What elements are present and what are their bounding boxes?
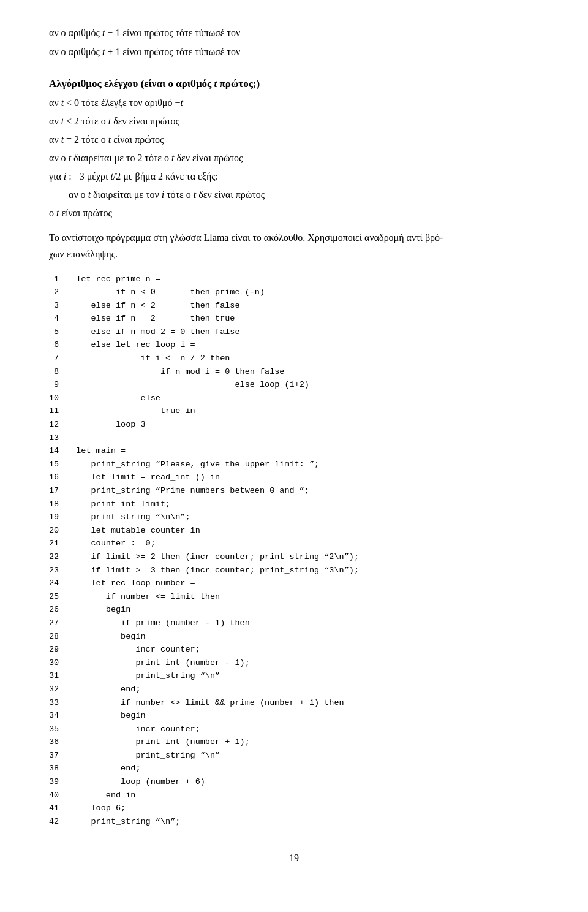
- line-number: 35: [49, 723, 66, 736]
- line-content: begin: [66, 709, 539, 723]
- line-number: 37: [49, 749, 66, 762]
- line-number: 33: [49, 696, 66, 710]
- line-number: 19: [49, 511, 66, 524]
- line-number: 22: [49, 550, 66, 564]
- code-line: 42 print_string “\n”;: [49, 815, 539, 829]
- algo-line-1: αν t < 0 τότε έλεγξε τον αριθμό −t: [49, 94, 539, 112]
- line-number: 36: [49, 735, 66, 749]
- algo-line-4: αν ο t διαιρείται με το 2 τότε ο t δεν ε…: [49, 150, 539, 167]
- algo-line-7: ο t είναι πρώτος: [49, 205, 539, 222]
- code-line: 3 else if n < 2 then false: [49, 299, 539, 313]
- description-line-1: Το αντίστοιχο πρόγραμμα στη γλώσσα Llama…: [49, 229, 539, 246]
- line-content: begin: [66, 603, 539, 617]
- line-number: 32: [49, 683, 66, 696]
- code-line: 37 print_string “\n”: [49, 749, 539, 762]
- line-content: else if n < 2 then false: [66, 299, 539, 313]
- code-line: 30 print_int (number - 1);: [49, 656, 539, 670]
- code-line: 38 end;: [49, 762, 539, 775]
- code-line: 25 if number <= limit then: [49, 590, 539, 604]
- line-content: print_string “Prime numbers between 0 an…: [66, 484, 539, 498]
- line-number: 24: [49, 577, 66, 590]
- line-number: 31: [49, 669, 66, 683]
- code-line: 9 else loop (i+2): [49, 378, 539, 392]
- intro-block: αν ο αριθμός t − 1 είναι πρώτος τότε τύπ…: [49, 25, 539, 60]
- line-content: let rec prime n =: [66, 273, 539, 286]
- line-number: 40: [49, 789, 66, 802]
- line-number: 12: [49, 418, 66, 431]
- page-number: 19: [49, 853, 539, 864]
- code-line: 13: [49, 431, 539, 445]
- line-number: 38: [49, 762, 66, 775]
- line-number: 13: [49, 431, 66, 445]
- line-content: print_string “\n”: [66, 669, 539, 683]
- line-number: 10: [49, 392, 66, 405]
- line-number: 30: [49, 656, 66, 670]
- line-content: end;: [66, 683, 539, 696]
- code-line: 23 if limit >= 3 then (incr counter; pri…: [49, 564, 539, 577]
- line-content: else if n = 2 then true: [66, 312, 539, 325]
- line-content: print_string “\n”;: [66, 815, 539, 829]
- code-line: 4 else if n = 2 then true: [49, 312, 539, 325]
- code-line: 35 incr counter;: [49, 723, 539, 736]
- code-line: 20 let mutable counter in: [49, 524, 539, 538]
- line-number: 11: [49, 405, 66, 418]
- code-line: 40 end in: [49, 789, 539, 802]
- line-content: else: [66, 392, 539, 405]
- line-number: 4: [49, 312, 66, 325]
- code-line: 6 else let rec loop i =: [49, 338, 539, 352]
- line-number: 14: [49, 444, 66, 458]
- line-content: loop 3: [66, 418, 539, 431]
- code-line: 36 print_int (number + 1);: [49, 735, 539, 749]
- line-content: print_string “\n\n”;: [66, 511, 539, 524]
- line-number: 3: [49, 299, 66, 313]
- description-line-2: χων επανάληψης.: [49, 246, 539, 262]
- line-content: if number <> limit && prime (number + 1)…: [66, 696, 539, 710]
- line-content: if n < 0 then prime (-n): [66, 286, 539, 299]
- line-content: if prime (number - 1) then: [66, 617, 539, 630]
- section-title: Αλγόριθμος ελέγχου (είναι ο αριθμός t πρ…: [49, 75, 539, 93]
- line-content: print_string “\n”: [66, 749, 539, 762]
- line-number: 29: [49, 643, 66, 656]
- code-line: 1 let rec prime n =: [49, 273, 539, 286]
- code-line: 29 incr counter;: [49, 643, 539, 656]
- line-content: if limit >= 2 then (incr counter; print_…: [66, 550, 539, 564]
- line-number: 2: [49, 286, 66, 299]
- line-content: true in: [66, 405, 539, 418]
- algo-block: Αλγόριθμος ελέγχου (είναι ο αριθμός t πρ…: [49, 75, 539, 222]
- code-line: 31 print_string “\n”: [49, 669, 539, 683]
- code-line: 2 if n < 0 then prime (-n): [49, 286, 539, 299]
- code-line: 28 begin: [49, 630, 539, 644]
- intro-line-2: αν ο αριθμός t + 1 είναι πρώτος τότε τύπ…: [49, 44, 539, 60]
- algo-line-3: αν t = 2 τότε ο t είναι πρώτος: [49, 131, 539, 148]
- line-content: counter := 0;: [66, 537, 539, 550]
- line-content: incr counter;: [66, 723, 539, 736]
- code-line: 22 if limit >= 2 then (incr counter; pri…: [49, 550, 539, 564]
- line-number: 15: [49, 458, 66, 471]
- line-number: 16: [49, 471, 66, 484]
- code-line: 5 else if n mod 2 = 0 then false: [49, 325, 539, 339]
- algo-line-2: αν t < 2 τότε ο t δεν είναι πρώτος: [49, 113, 539, 130]
- line-content: loop 6;: [66, 802, 539, 815]
- line-content: print_int limit;: [66, 498, 539, 511]
- line-number: 25: [49, 590, 66, 604]
- line-number: 1: [49, 273, 66, 286]
- line-content: if limit >= 3 then (incr counter; print_…: [66, 564, 539, 577]
- line-number: 8: [49, 365, 66, 379]
- line-number: 26: [49, 603, 66, 617]
- code-line: 7 if i <= n / 2 then: [49, 352, 539, 365]
- algo-line-6: αν ο t διαιρείται με τον i τότε ο t δεν …: [49, 186, 539, 203]
- line-content: let main =: [66, 444, 539, 458]
- line-number: 23: [49, 564, 66, 577]
- line-number: 28: [49, 630, 66, 644]
- line-content: loop (number + 6): [66, 775, 539, 789]
- line-number: 7: [49, 352, 66, 365]
- line-content: if number <= limit then: [66, 590, 539, 604]
- code-line: 17 print_string “Prime numbers between 0…: [49, 484, 539, 498]
- line-content: let mutable counter in: [66, 524, 539, 538]
- code-line: 8 if n mod i = 0 then false: [49, 365, 539, 379]
- code-line: 27 if prime (number - 1) then: [49, 617, 539, 630]
- line-content: if n mod i = 0 then false: [66, 365, 539, 379]
- code-line: 15 print_string “Please, give the upper …: [49, 458, 539, 471]
- line-content: print_int (number + 1);: [66, 735, 539, 749]
- line-content: begin: [66, 630, 539, 644]
